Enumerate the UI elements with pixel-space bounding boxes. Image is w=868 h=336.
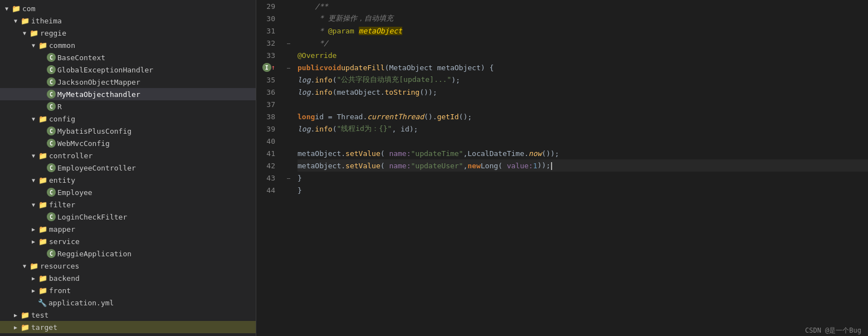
- tree-item-BaseContext[interactable]: CBaseContext: [0, 51, 256, 64]
- line-num-29: 29: [256, 0, 280, 12]
- tree-label-service: service: [49, 237, 80, 246]
- java-icon-GlobalExceptionHandler: C: [47, 65, 56, 74]
- java-icon-JacksonObjectMapper: C: [47, 77, 56, 86]
- tree-item-filter[interactable]: ▼📁filter: [0, 198, 256, 211]
- csdn-label: CSDN @是一个Bug: [805, 326, 861, 335]
- code-line-43: }: [298, 172, 868, 184]
- tree-item-backend[interactable]: ▶📁backend: [0, 272, 256, 284]
- tree-arrow-controller: ▼: [29, 153, 38, 159]
- tree-item-R[interactable]: CR: [0, 100, 256, 113]
- tree-label-itheima: itheima: [31, 17, 62, 25]
- tree-label-LoginCheckFilter: LoginCheckFilter: [57, 213, 127, 221]
- tree-item-WebMvcConfig[interactable]: CWebMvcConfig: [0, 137, 256, 149]
- tree-arrow-service: ▶: [29, 238, 38, 245]
- tree-label-MybatisPlusConfig: MybatisPlusConfig: [57, 127, 131, 135]
- code-line-44: }: [298, 184, 868, 196]
- line-num-41: 41: [256, 147, 280, 159]
- java-icon-EmployeeController: C: [47, 163, 56, 172]
- tree-label-Employee: Employee: [57, 188, 92, 197]
- code-editor-panel: 2930313233I↑35363738394041424344 ––– /**…: [256, 0, 868, 336]
- line-num-40: 40: [256, 135, 280, 147]
- tree-item-EmployeeController[interactable]: CEmployeeController: [0, 162, 256, 174]
- fold-marker-43[interactable]: –: [284, 172, 293, 184]
- tree-item-service[interactable]: ▶📁service: [0, 235, 256, 247]
- folder-icon-common: 📁: [38, 41, 48, 50]
- line-num-36: 36: [256, 86, 280, 98]
- tree-item-mapper[interactable]: ▶📁mapper: [0, 223, 256, 235]
- line-num-31: 31: [256, 25, 280, 37]
- tree-arrow-mapper: ▶: [29, 226, 38, 232]
- folder-icon-test: 📁: [20, 311, 30, 319]
- tree-arrow-resources: ▼: [20, 263, 29, 269]
- tree-arrow-target: ▶: [11, 324, 20, 330]
- tree-label-backend: backend: [49, 274, 80, 283]
- tree-arrow-common: ▼: [29, 42, 38, 48]
- folder-icon-entity: 📁: [38, 176, 48, 184]
- tree-item-controller[interactable]: ▼📁controller: [0, 149, 256, 162]
- tree-item-resources[interactable]: ▼📁resources: [0, 260, 256, 272]
- tree-item-entity[interactable]: ▼📁entity: [0, 174, 256, 186]
- tree-label-target: target: [31, 323, 57, 332]
- fold-marker-38: [284, 110, 293, 123]
- tree-item-MybatisPlusConfig[interactable]: CMybatisPlusConfig: [0, 125, 256, 137]
- folder-icon-filter: 📁: [38, 201, 48, 209]
- line-num-30: 30: [256, 12, 280, 25]
- tree-item-target[interactable]: ▶📁target: [0, 321, 256, 333]
- fold-marker-34[interactable]: –: [284, 61, 293, 74]
- line-num-34: I↑: [256, 61, 280, 74]
- java-icon-MybatisPlusConfig: C: [47, 126, 56, 135]
- fold-marker-32[interactable]: –: [284, 37, 293, 49]
- fold-marker-29: [284, 0, 293, 12]
- tree-label-test: test: [31, 311, 48, 319]
- folder-icon-itheima: 📁: [20, 17, 30, 25]
- line-num-32: 32: [256, 37, 280, 49]
- folder-icon-backend: 📁: [38, 274, 48, 283]
- tree-arrow-front: ▶: [29, 288, 38, 294]
- tree-label-BaseContext: BaseContext: [57, 53, 105, 62]
- tree-item-itheima[interactable]: ▼📁itheima: [0, 14, 256, 27]
- tree-item-com[interactable]: ▼📁com: [0, 2, 256, 14]
- fold-marker-35: [284, 74, 293, 86]
- folder-icon-service: 📁: [38, 237, 48, 246]
- fold-gutter: –––: [284, 0, 293, 325]
- tree-item-applicationyml[interactable]: 🔧application.yml: [0, 296, 256, 309]
- folder-icon-front: 📁: [38, 286, 48, 295]
- tree-item-MyMetaObjecthandler[interactable]: CMyMetaObjecthandler: [0, 88, 256, 100]
- tree-arrow-entity: ▼: [29, 177, 38, 183]
- tree-item-test[interactable]: ▶📁test: [0, 309, 256, 321]
- tree-item-common[interactable]: ▼📁common: [0, 39, 256, 51]
- line-num-38: 38: [256, 110, 280, 123]
- tree-item-ReggieApplication[interactable]: CReggieApplication: [0, 247, 256, 260]
- tree-label-controller: controller: [49, 152, 92, 160]
- tree-item-config[interactable]: ▼📁config: [0, 113, 256, 125]
- tree-item-front[interactable]: ▶📁front: [0, 284, 256, 296]
- fold-marker-31: [284, 25, 293, 37]
- fold-marker-37: [284, 98, 293, 110]
- code-line-35: log.info("公共字段自动填充[update]...");: [298, 74, 868, 86]
- code-line-41: metaObject.setValue( name: "updateTime",…: [298, 147, 868, 159]
- tree-arrow-filter: ▼: [29, 202, 38, 208]
- tree-item-reggie[interactable]: ▼📁reggie: [0, 27, 256, 39]
- code-line-32: */: [298, 37, 868, 49]
- code-line-31: * @param metaObject: [298, 25, 868, 37]
- line-num-35: 35: [256, 74, 280, 86]
- code-line-36: log.info(metaObject.toString());: [298, 86, 868, 98]
- java-icon-R: C: [47, 102, 56, 111]
- fold-marker-39: [284, 123, 293, 135]
- arrow-up-icon: ↑: [271, 64, 275, 71]
- tree-label-R: R: [57, 103, 62, 111]
- line-num-42: 42: [256, 159, 280, 172]
- code-line-33: @Override: [298, 49, 868, 61]
- line-num-43: 43: [256, 172, 280, 184]
- tree-arrow-test: ▶: [11, 312, 20, 318]
- code-line-39: log.info("线程id为：{}", id);: [298, 123, 868, 135]
- tree-item-GlobalExceptionHandler[interactable]: CGlobalExceptionHandler: [0, 64, 256, 76]
- fold-marker-41: [284, 147, 293, 159]
- tree-label-front: front: [49, 286, 71, 295]
- tree-item-pomxml[interactable]: mpom.xml: [0, 333, 256, 336]
- tree-item-Employee[interactable]: CEmployee: [0, 186, 256, 198]
- tree-arrow-config: ▼: [29, 116, 38, 122]
- fold-marker-40: [284, 135, 293, 147]
- tree-item-JacksonObjectMapper[interactable]: CJacksonObjectMapper: [0, 76, 256, 88]
- tree-item-LoginCheckFilter[interactable]: CLoginCheckFilter: [0, 211, 256, 223]
